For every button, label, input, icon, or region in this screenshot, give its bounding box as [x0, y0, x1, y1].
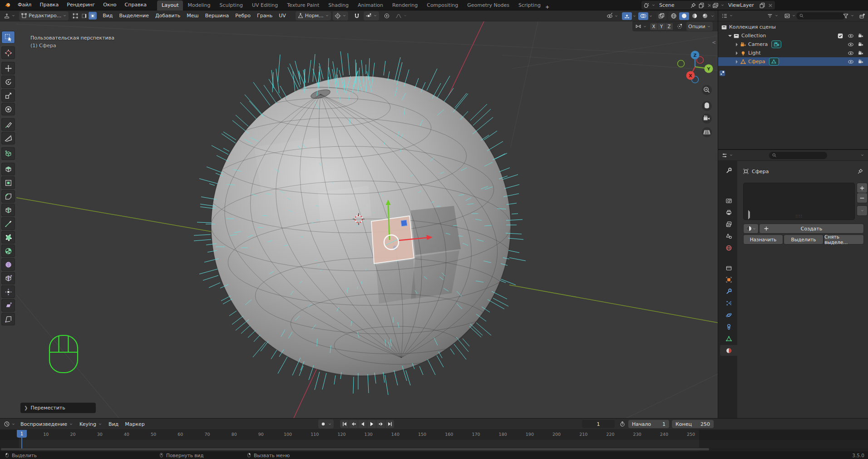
- blender-logo-icon[interactable]: [2, 1, 14, 9]
- collection-checkbox[interactable]: [837, 33, 843, 39]
- slot-specials-button[interactable]: [857, 206, 867, 215]
- gizmos-toggle[interactable]: [622, 12, 632, 20]
- render-visibility-icon[interactable]: [858, 41, 864, 48]
- outliner-row-collection[interactable]: Collection: [718, 31, 868, 40]
- browse-material-dropdown[interactable]: [744, 224, 758, 233]
- outliner-search-input[interactable]: [796, 12, 845, 20]
- workspace-tab[interactable]: Animation: [353, 0, 388, 10]
- jump-end-button[interactable]: [385, 420, 394, 428]
- viewport-menu[interactable]: Добавить: [152, 13, 183, 19]
- use-preview-range-toggle[interactable]: [617, 419, 627, 429]
- new-collection-button[interactable]: [857, 11, 867, 20]
- hide-eye-icon[interactable]: [848, 59, 854, 65]
- proportional-falloff-dropdown[interactable]: [394, 11, 409, 20]
- mirror-dropdown[interactable]: [633, 22, 649, 31]
- timeline-menu[interactable]: Keying: [76, 421, 105, 427]
- next-keyframe-button[interactable]: [376, 420, 385, 428]
- chevron-down-icon[interactable]: [649, 14, 653, 18]
- scene-selector[interactable]: Scene: [641, 1, 711, 10]
- render-visibility-icon[interactable]: [858, 33, 864, 39]
- outliner-display-dropdown[interactable]: [782, 11, 798, 20]
- workspace-tab[interactable]: Layout: [157, 0, 183, 10]
- properties-tab-physics[interactable]: [720, 309, 737, 320]
- auto-keying-toggle[interactable]: [318, 419, 334, 429]
- viewport-menu[interactable]: Грань: [254, 13, 276, 19]
- outliner-filter-dropdown[interactable]: [765, 11, 780, 20]
- timeline-editor-type-button[interactable]: [2, 419, 17, 429]
- outliner-row-sphere[interactable]: Сфера: [718, 57, 868, 66]
- tool-button-inset-faces[interactable]: [1, 176, 15, 189]
- tool-button-annotate[interactable]: [1, 118, 15, 131]
- timeline-menu[interactable]: Вид: [105, 421, 122, 427]
- tool-button-measure[interactable]: [1, 132, 15, 145]
- frame-end-field[interactable]: Конец250: [672, 420, 714, 428]
- shading-wireframe-button[interactable]: [669, 12, 679, 20]
- viewlayer-selector[interactable]: ViewLayer: [710, 1, 775, 10]
- tool-button-spin[interactable]: [1, 244, 15, 257]
- vertex-select-button[interactable]: [71, 12, 79, 20]
- hide-eye-icon[interactable]: [848, 50, 854, 56]
- properties-options-icon[interactable]: [860, 153, 864, 157]
- playhead[interactable]: 1: [17, 430, 27, 438]
- shading-material-button[interactable]: [690, 12, 700, 20]
- workspace-tab[interactable]: Sculpting: [215, 0, 247, 10]
- outliner-row-light[interactable]: Light: [718, 49, 868, 57]
- topbar-menu[interactable]: Правка: [35, 0, 63, 10]
- tool-button-cursor[interactable]: [1, 46, 15, 59]
- tool-button-edge-slide[interactable]: [1, 272, 15, 284]
- viewport-menu[interactable]: Вершина: [202, 13, 232, 19]
- workspace-tab[interactable]: Compositing: [422, 0, 463, 10]
- properties-tab-collection[interactable]: [720, 262, 737, 273]
- properties-tab-tool[interactable]: [720, 165, 737, 176]
- mirror-axis-button[interactable]: Z: [666, 23, 673, 30]
- edge-select-button[interactable]: [80, 12, 88, 20]
- select-button[interactable]: Выделить: [784, 235, 823, 244]
- tool-button-scale[interactable]: [1, 89, 15, 102]
- face-select-button[interactable]: [89, 12, 97, 20]
- overlays-toggle[interactable]: [638, 12, 648, 20]
- viewport-menu[interactable]: Меш: [183, 13, 202, 19]
- workspace-tab[interactable]: Modeling: [183, 0, 215, 10]
- properties-tab-scene[interactable]: [720, 230, 737, 241]
- snap-with-dropdown[interactable]: [364, 11, 379, 20]
- material-slot-list[interactable]: ::::: [744, 183, 854, 220]
- tool-button-bevel[interactable]: [1, 190, 15, 203]
- scene-name[interactable]: Scene: [657, 2, 688, 8]
- workspace-tab[interactable]: UV Editing: [247, 0, 282, 10]
- outliner-editor-type-button[interactable]: [720, 11, 735, 20]
- topbar-menu[interactable]: Справка: [121, 0, 151, 10]
- frame-start-field[interactable]: Начало1: [628, 420, 669, 428]
- tool-button-tweak-select[interactable]: [1, 31, 15, 44]
- tool-button-extrude-region[interactable]: [1, 163, 15, 175]
- proportional-edit-toggle[interactable]: [382, 11, 392, 20]
- add-slot-button[interactable]: [857, 183, 867, 193]
- add-workspace-button[interactable]: +: [545, 4, 549, 10]
- tool-button-smooth[interactable]: [1, 258, 15, 271]
- properties-tab-constraints[interactable]: [720, 321, 737, 332]
- pivot-point-dropdown[interactable]: [333, 11, 348, 20]
- jump-start-button[interactable]: [340, 420, 349, 428]
- shading-rendered-button[interactable]: [700, 12, 710, 20]
- topbar-menu[interactable]: Рендеринг: [63, 0, 99, 10]
- assign-button[interactable]: Назначить: [744, 235, 783, 244]
- properties-tab-object[interactable]: [720, 274, 737, 285]
- timeline-menu[interactable]: Воспроизведение: [17, 421, 76, 427]
- visibility-dropdown[interactable]: [605, 11, 620, 20]
- properties-tab-object-data[interactable]: [720, 333, 737, 344]
- tool-button-loop-cut[interactable]: [1, 204, 15, 216]
- tool-button-knife[interactable]: [1, 217, 15, 230]
- sidebar-toggle-icon[interactable]: <: [712, 40, 716, 45]
- play-reverse-button[interactable]: [358, 420, 367, 428]
- transform-orientation-dropdown[interactable]: Норм...: [296, 11, 331, 20]
- operator-panel[interactable]: ❯ Переместить: [20, 403, 96, 413]
- properties-tab-view-layer[interactable]: [720, 219, 737, 230]
- properties-tab-material[interactable]: [720, 345, 737, 356]
- object-name[interactable]: Коллекция сцены: [729, 24, 776, 30]
- new-layer-icon[interactable]: [759, 2, 765, 9]
- outliner-funnel-dropdown[interactable]: [841, 11, 856, 20]
- tool-button-shear[interactable]: [1, 299, 15, 312]
- properties-tab-world[interactable]: [720, 242, 737, 253]
- mode-dropdown[interactable]: Редактиро...: [19, 11, 69, 20]
- tool-button-transform[interactable]: [1, 103, 15, 115]
- tool-button-rotate[interactable]: [1, 75, 15, 88]
